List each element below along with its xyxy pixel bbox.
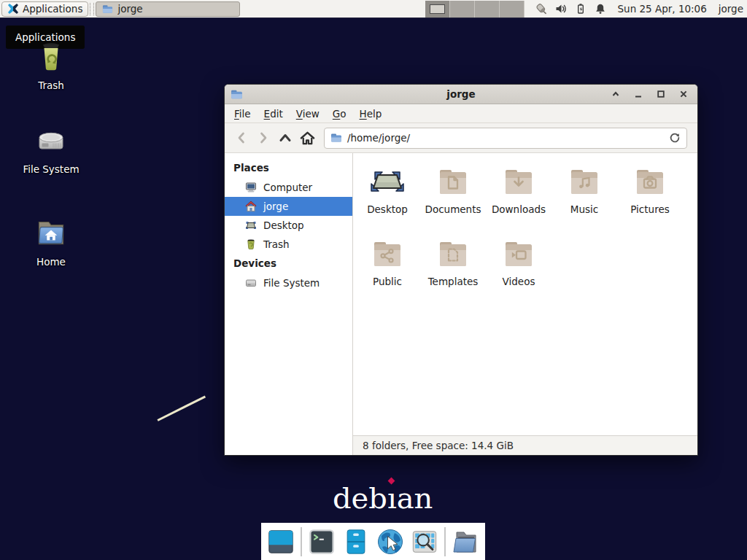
file-item-videos[interactable]: Videos — [486, 236, 551, 308]
file-item-pictures[interactable]: Pictures — [617, 164, 683, 236]
window-titlebar[interactable]: jorge — [225, 85, 697, 104]
computer-icon — [245, 182, 257, 193]
web-browser-launcher[interactable] — [376, 527, 405, 556]
menu-view[interactable]: View — [290, 105, 326, 122]
terminal-launcher[interactable] — [307, 527, 336, 556]
show-desktop-icon — [267, 528, 295, 556]
desktop-icon-home[interactable]: Home — [16, 214, 86, 268]
file-item-downloads[interactable]: Downloads — [486, 164, 551, 236]
dock-separator — [301, 527, 302, 556]
folder-icon — [330, 132, 342, 144]
sidebar-item-label: Desktop — [263, 219, 304, 231]
desktop-icon-label: Home — [36, 256, 66, 268]
panel-handle[interactable] — [90, 3, 94, 15]
file-manager-window: jorge File Edit View Go Help — [224, 84, 698, 456]
sidebar-devices-header: Devices — [225, 254, 352, 273]
workspace-window-thumb — [430, 4, 445, 14]
xfce-applications-icon — [7, 3, 19, 15]
maximize-button[interactable] — [654, 88, 667, 101]
desktop-icon-filesystem[interactable]: File System — [16, 122, 86, 175]
workspace-cell-4[interactable] — [500, 1, 525, 18]
sidebar-item-desktop[interactable]: Desktop — [225, 216, 352, 235]
folder-videos-icon — [501, 236, 536, 271]
applications-menu-label: Applications — [23, 3, 82, 15]
file-item-music[interactable]: Music — [551, 164, 617, 236]
location-path[interactable]: /home/jorge/ — [347, 132, 664, 144]
desktop-icon-trash[interactable]: Trash — [16, 39, 86, 91]
sidebar-item-label: jorge — [263, 201, 288, 212]
chevron-left-icon — [235, 131, 248, 144]
sidebar-item-jorge[interactable]: jorge — [225, 197, 352, 216]
folder-public-icon — [370, 236, 405, 271]
file-item-public[interactable]: Public — [355, 236, 420, 308]
workspace-cell-3[interactable] — [475, 1, 500, 18]
workspace-cell-1[interactable] — [425, 1, 450, 18]
desktop-icon-label: Trash — [38, 79, 64, 91]
notifications-bell-icon[interactable] — [595, 3, 606, 15]
hard-drive-icon — [34, 122, 69, 158]
file-item-label: Downloads — [492, 203, 546, 215]
open-folder-icon — [451, 527, 480, 556]
desktop-icon-label: File System — [23, 163, 79, 175]
menu-edit[interactable]: Edit — [258, 105, 290, 122]
window-controls — [609, 88, 690, 101]
workspace-cell-2[interactable] — [450, 1, 475, 18]
home-button[interactable] — [296, 128, 318, 148]
sidebar-item-label: Computer — [263, 182, 312, 193]
up-button[interactable] — [274, 128, 296, 148]
panel-clock[interactable]: Sun 25 Apr, 10:06 — [618, 3, 707, 15]
debian-logo: debıan — [333, 481, 433, 515]
sidebar-places-header: Places — [225, 158, 352, 178]
file-item-templates[interactable]: Templates — [420, 236, 486, 308]
close-button[interactable] — [677, 88, 690, 101]
sidebar-item-file-system[interactable]: File System — [225, 273, 352, 292]
globe-browser-icon — [376, 527, 405, 556]
battery-icon[interactable] — [575, 3, 587, 15]
file-grid: Desktop Documents — [353, 153, 697, 435]
taskbar-window-button[interactable]: jorge — [96, 1, 240, 17]
menu-go[interactable]: Go — [326, 105, 353, 122]
home-icon — [300, 131, 315, 146]
show-desktop-button[interactable] — [266, 527, 295, 556]
file-item-label: Public — [373, 276, 402, 287]
hard-drive-icon — [245, 277, 257, 289]
sidebar-item-trash[interactable]: Trash — [225, 235, 352, 254]
back-button[interactable] — [231, 128, 252, 148]
trash-icon — [34, 39, 69, 74]
file-manager-launcher[interactable] — [341, 527, 371, 556]
file-item-documents[interactable]: Documents — [420, 164, 486, 236]
applications-menu-button[interactable]: Applications — [1, 1, 88, 17]
desktop: Applications jorge — [0, 0, 747, 560]
files-folder-launcher[interactable] — [451, 527, 480, 556]
home-icon — [245, 201, 257, 212]
sidebar-item-label: File System — [263, 277, 320, 289]
chevron-right-icon — [257, 131, 270, 144]
menubar: File Edit View Go Help — [225, 104, 697, 123]
folder-templates-icon — [436, 236, 471, 271]
location-bar[interactable]: /home/jorge/ — [324, 128, 687, 149]
file-item-desktop[interactable]: Desktop — [355, 164, 420, 236]
desktop-icon — [245, 219, 257, 231]
shade-button[interactable] — [609, 88, 622, 101]
home-folder-icon — [33, 214, 69, 250]
arrow-up-icon — [278, 131, 293, 145]
application-finder-launcher[interactable] — [410, 527, 439, 556]
desktop-pad-icon — [370, 164, 405, 199]
debian-logo-i: ı — [387, 481, 397, 515]
sidebar-item-computer[interactable]: Computer — [225, 178, 352, 197]
dock-panel — [261, 523, 485, 560]
minimize-button[interactable] — [632, 88, 645, 101]
forward-button[interactable] — [252, 128, 274, 148]
file-item-label: Templates — [428, 276, 479, 287]
taskbar-window-label: jorge — [117, 3, 142, 15]
folder-downloads-icon — [501, 164, 536, 199]
volume-icon[interactable] — [555, 3, 567, 15]
reload-icon[interactable] — [669, 132, 681, 144]
menu-help[interactable]: Help — [353, 105, 389, 122]
file-item-label: Documents — [425, 203, 481, 215]
file-cabinet-icon — [342, 528, 370, 556]
debian-logo-text: deb — [333, 481, 387, 515]
panel-username[interactable]: jorge — [719, 3, 743, 15]
mouse-device-icon[interactable] — [535, 3, 547, 15]
menu-file[interactable]: File — [228, 105, 258, 122]
